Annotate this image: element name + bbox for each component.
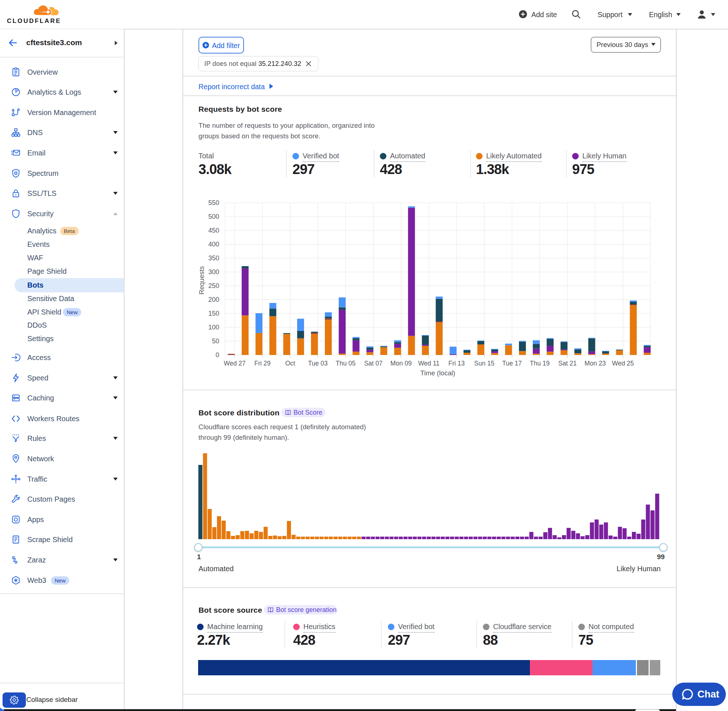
svg-text:Sat 21: Sat 21 <box>558 360 577 367</box>
svg-text:Tue 03: Tue 03 <box>308 360 328 367</box>
svg-text:Thu 05: Thu 05 <box>336 360 356 367</box>
svg-text:550: 550 <box>208 199 219 207</box>
svg-text:Mon 23: Mon 23 <box>585 360 605 367</box>
svg-text:0: 0 <box>216 351 219 358</box>
svg-text:500: 500 <box>208 213 219 220</box>
svg-text:250: 250 <box>208 282 219 289</box>
svg-text:50: 50 <box>212 338 219 345</box>
svg-text:Requests: Requests <box>198 266 205 295</box>
svg-text:200: 200 <box>208 296 219 303</box>
svg-text:450: 450 <box>208 227 219 234</box>
svg-text:Time (local): Time (local) <box>420 369 455 377</box>
svg-text:Fri 29: Fri 29 <box>254 360 270 367</box>
svg-text:Sun 15: Sun 15 <box>474 360 494 367</box>
svg-text:Thu 19: Thu 19 <box>530 360 549 367</box>
svg-text:Fri 13: Fri 13 <box>448 360 465 367</box>
svg-text:Tue 17: Tue 17 <box>502 360 522 367</box>
svg-text:100: 100 <box>208 324 219 331</box>
svg-text:Sat 07: Sat 07 <box>364 360 383 367</box>
svg-text:Oct: Oct <box>285 360 295 367</box>
svg-text:Mon 09: Mon 09 <box>390 360 412 367</box>
svg-text:400: 400 <box>208 240 219 248</box>
svg-text:Wed 27: Wed 27 <box>224 360 246 367</box>
svg-text:300: 300 <box>208 268 219 276</box>
svg-text:Wed 25: Wed 25 <box>612 360 634 367</box>
svg-text:Wed 11: Wed 11 <box>418 360 440 367</box>
svg-text:350: 350 <box>208 254 219 262</box>
svg-text:150: 150 <box>208 310 219 317</box>
